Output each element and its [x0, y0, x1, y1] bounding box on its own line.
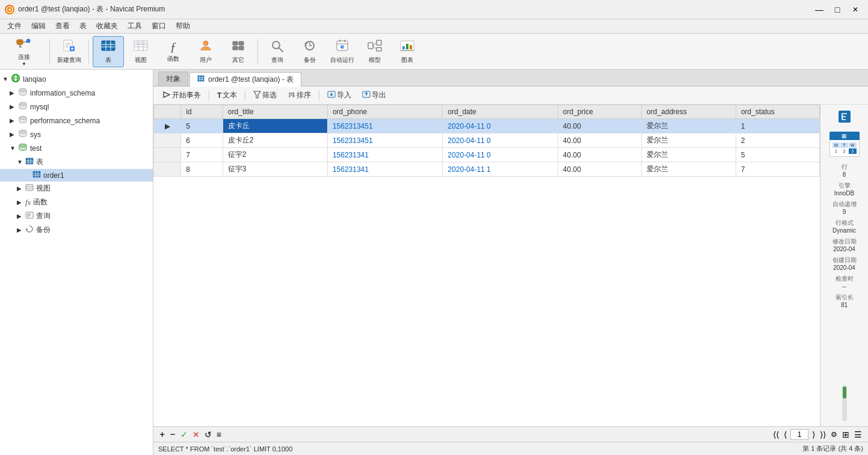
- row-indicator-3: [154, 162, 181, 177]
- sidebar-item-mysql[interactable]: ▶ mysql: [0, 100, 153, 114]
- settings-button[interactable]: ≡: [215, 430, 223, 439]
- cell-ord_phone[interactable]: 1562313451: [327, 119, 442, 133]
- maximize-button[interactable]: □: [830, 4, 845, 16]
- import-button[interactable]: 导入: [323, 88, 356, 102]
- export-button[interactable]: 导出: [358, 88, 390, 102]
- sidebar-item-tables-group[interactable]: ▼ 表: [0, 155, 153, 169]
- tab-order1[interactable]: order1 @test (lanqiao) - 表: [189, 72, 301, 87]
- cell-ord_price[interactable]: 40.00: [558, 119, 641, 133]
- cell-ord_date[interactable]: 2020-04-11 0: [443, 148, 558, 162]
- start-transaction-button[interactable]: 开始事务: [158, 88, 205, 102]
- view-button[interactable]: 视图: [125, 36, 156, 67]
- prev-page-button[interactable]: ⟨: [783, 430, 788, 439]
- menu-item-收藏夹[interactable]: 收藏夹: [91, 20, 123, 32]
- menu-item-查看[interactable]: 查看: [51, 20, 75, 32]
- sidebar-item-test[interactable]: ▼ test: [0, 141, 153, 155]
- menu-item-表[interactable]: 表: [75, 20, 91, 32]
- connect-button[interactable]: 连接 ▼: [5, 36, 43, 67]
- cell-ord_address[interactable]: 爱尔兰: [642, 119, 736, 133]
- sidebar-item-queries[interactable]: ▶ 查询: [0, 209, 153, 223]
- refresh-button[interactable]: ↺: [203, 430, 213, 439]
- table-row[interactable]: 7征宇21562313412020-04-11 040.00爱尔兰5: [154, 148, 820, 162]
- col-ord-price[interactable]: ord_price: [558, 105, 641, 119]
- cell-id[interactable]: 7: [181, 148, 223, 162]
- user-button[interactable]: 用户: [190, 36, 221, 67]
- sidebar-item-backups[interactable]: ▶ 备份: [0, 223, 153, 237]
- cell-ord_title[interactable]: 皮卡丘2: [223, 133, 327, 148]
- nav-settings-button[interactable]: ⚙: [830, 430, 839, 439]
- sidebar-item-functions[interactable]: ▶ fx 函数: [0, 195, 153, 209]
- right-scrollbar[interactable]: [842, 385, 847, 421]
- cell-ord_phone[interactable]: 156231341: [327, 148, 442, 162]
- menu-item-工具[interactable]: 工具: [123, 20, 147, 32]
- grid-view-button[interactable]: ⊞: [841, 430, 851, 439]
- sidebar-item-lanqiao[interactable]: ▼ lanqiao: [0, 72, 153, 86]
- menu-item-帮助[interactable]: 帮助: [171, 20, 195, 32]
- tab-objects[interactable]: 对象: [158, 72, 188, 86]
- text-button[interactable]: T 文本: [213, 88, 241, 102]
- sidebar-item-order1[interactable]: ▶ order1: [0, 169, 153, 182]
- cell-ord_phone[interactable]: 156231341: [327, 162, 442, 177]
- next-page-button[interactable]: ⟩: [811, 430, 816, 439]
- function-button[interactable]: ƒ 函数: [158, 36, 189, 67]
- last-page-button[interactable]: ⟩⟩: [819, 430, 827, 439]
- cell-ord_date[interactable]: 2020-04-11 1: [443, 162, 558, 177]
- cell-ord_price[interactable]: 40.00: [558, 148, 641, 162]
- cell-ord_title[interactable]: 征宇3: [223, 162, 327, 177]
- cell-ord_title[interactable]: 征宇2: [223, 148, 327, 162]
- col-ord-date[interactable]: ord_date: [443, 105, 558, 119]
- cell-ord_status[interactable]: 1: [736, 119, 819, 133]
- table-area[interactable]: id ord_title ord_phone ord_date ord_pric…: [153, 105, 820, 426]
- cell-ord_status[interactable]: 7: [736, 162, 819, 177]
- sidebar-item-views[interactable]: ▶ 视图: [0, 182, 153, 195]
- cell-ord_price[interactable]: 40.00: [558, 162, 641, 177]
- menu-item-窗口[interactable]: 窗口: [147, 20, 171, 32]
- filter-button[interactable]: 筛选: [249, 88, 281, 102]
- cell-ord_address[interactable]: 爱尔兰: [642, 133, 736, 148]
- col-id[interactable]: id: [181, 105, 223, 119]
- query-button[interactable]: 查询: [262, 36, 293, 67]
- col-ord-phone[interactable]: ord_phone: [327, 105, 442, 119]
- menu-item-文件[interactable]: 文件: [2, 20, 26, 32]
- other-button[interactable]: 其它: [223, 36, 254, 67]
- list-view-button[interactable]: ☰: [853, 430, 863, 439]
- statusbar: SELECT * FROM `test`.`order1` LIMIT 0,10…: [153, 442, 868, 455]
- cell-ord_status[interactable]: 5: [736, 148, 819, 162]
- cell-id[interactable]: 5: [181, 119, 223, 133]
- cell-ord_address[interactable]: 爱尔兰: [642, 148, 736, 162]
- col-ord-status[interactable]: ord_status: [736, 105, 819, 119]
- new-query-button[interactable]: 新建查询: [54, 36, 85, 67]
- cell-ord_price[interactable]: 40.00: [558, 133, 641, 148]
- cell-ord_address[interactable]: 爱尔兰: [642, 162, 736, 177]
- cell-ord_date[interactable]: 2020-04-11 0: [443, 119, 558, 133]
- add-row-button[interactable]: +: [158, 429, 166, 440]
- delete-row-button[interactable]: −: [168, 429, 176, 440]
- cell-ord_phone[interactable]: 1562313451: [327, 133, 442, 148]
- backup-button[interactable]: 备份: [294, 36, 325, 67]
- chart-button[interactable]: 图表: [392, 36, 423, 67]
- table-row[interactable]: 8征宇31562313412020-04-11 140.00爱尔兰7: [154, 162, 820, 177]
- cancel-button[interactable]: ✕: [191, 430, 201, 439]
- cell-ord_status[interactable]: 2: [736, 133, 819, 148]
- cell-ord_title[interactable]: 皮卡丘: [223, 119, 327, 133]
- sidebar-item-performance[interactable]: ▶ performance_schema: [0, 114, 153, 127]
- cell-id[interactable]: 8: [181, 162, 223, 177]
- model-button[interactable]: 模型: [359, 36, 390, 67]
- first-page-button[interactable]: ⟨⟨: [772, 430, 780, 439]
- col-ord-address[interactable]: ord_address: [642, 105, 736, 119]
- close-button[interactable]: ✕: [848, 4, 863, 16]
- table-row[interactable]: 6皮卡丘215623134512020-04-11 040.00爱尔兰2: [154, 133, 820, 148]
- minimize-button[interactable]: —: [811, 4, 827, 16]
- sidebar-item-information-schema[interactable]: ▶ information_schema: [0, 86, 153, 100]
- col-ord-title[interactable]: ord_title: [223, 105, 327, 119]
- page-number-input[interactable]: [790, 429, 808, 440]
- confirm-button[interactable]: ✓: [179, 430, 189, 439]
- schedule-button[interactable]: 自动运行: [327, 36, 358, 67]
- sort-button[interactable]: 排序: [283, 88, 315, 102]
- table-button[interactable]: 表: [93, 36, 124, 67]
- cell-ord_date[interactable]: 2020-04-11 0: [443, 133, 558, 148]
- sidebar-item-sys[interactable]: ▶ sys: [0, 127, 153, 141]
- cell-id[interactable]: 6: [181, 133, 223, 148]
- menu-item-编辑[interactable]: 编辑: [26, 20, 51, 32]
- table-row[interactable]: ▶5皮卡丘15623134512020-04-11 040.00爱尔兰1: [154, 119, 820, 133]
